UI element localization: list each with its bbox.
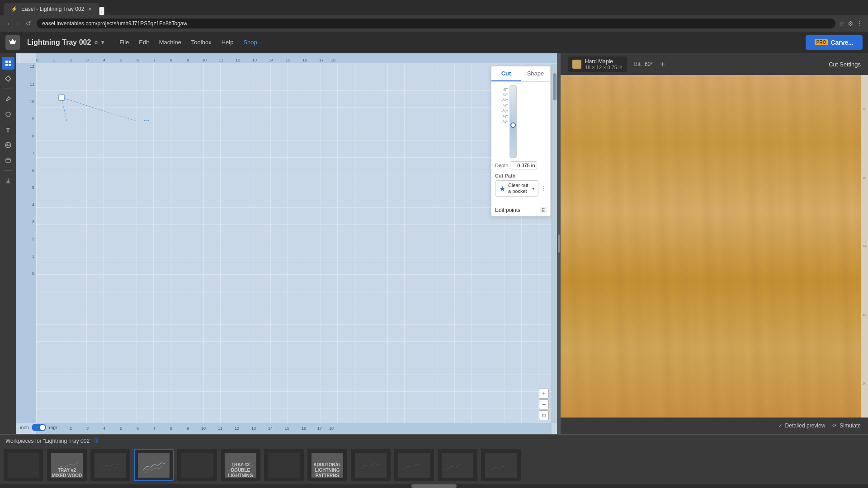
workpiece-item-4[interactable] bbox=[134, 449, 174, 481]
menu-toolbox[interactable]: Toolbox bbox=[187, 36, 216, 48]
ruler-x-7: 7 bbox=[153, 58, 156, 62]
edit-points-button[interactable]: Edit points E bbox=[491, 204, 550, 216]
zoom-fit-button[interactable]: ⊡ bbox=[539, 410, 549, 420]
workpiece-item-3[interactable] bbox=[90, 449, 130, 481]
ruler-y-3: 3 bbox=[32, 220, 34, 224]
tool-pen[interactable] bbox=[2, 93, 14, 105]
add-bit-button[interactable]: + bbox=[660, 59, 665, 70]
svg-rect-17 bbox=[59, 95, 64, 100]
menu-edit[interactable]: Edit bbox=[134, 36, 153, 48]
depth-slider-track[interactable] bbox=[509, 85, 517, 158]
ruler-y-0: 0 bbox=[32, 271, 34, 276]
more-icon[interactable]: ⋮ bbox=[856, 20, 863, 27]
cut-settings-label[interactable]: Cut Settings bbox=[829, 61, 861, 68]
cut-path-dropdown-icon[interactable]: ▾ bbox=[532, 186, 534, 191]
detailed-preview-button[interactable]: ✓ Detailed preview bbox=[778, 422, 826, 429]
workpiece-item-7[interactable] bbox=[264, 449, 304, 481]
svg-rect-31 bbox=[268, 453, 300, 478]
depth-mark-4: -½" bbox=[495, 109, 508, 113]
cut-tab-cut[interactable]: Cut bbox=[491, 66, 521, 81]
zoom-in-button[interactable]: + bbox=[539, 389, 549, 399]
menu-help[interactable]: Help bbox=[217, 36, 238, 48]
left-toolbar: T bbox=[0, 53, 16, 434]
carve-button[interactable]: PRO Carve... bbox=[806, 35, 863, 50]
zoom-out-button[interactable]: − bbox=[539, 399, 549, 409]
forward-button[interactable]: › bbox=[15, 18, 21, 29]
workpiece-title: Workpieces for "Lightning Tray 002" bbox=[5, 438, 91, 444]
cut-panel: Cut Shape -0" -⅛" -¼" -⅜" -½" -⅝" -¾" bbox=[491, 66, 551, 216]
address-input[interactable] bbox=[37, 19, 835, 28]
unit-switch[interactable] bbox=[32, 424, 46, 431]
preview-ruler-18: 18 bbox=[863, 107, 867, 111]
new-tab-button[interactable]: + bbox=[99, 7, 104, 15]
ruler-x-18: 18 bbox=[331, 58, 335, 62]
ruler-x-9: 9 bbox=[187, 58, 189, 62]
svg-point-7 bbox=[6, 112, 10, 117]
tool-circle[interactable] bbox=[2, 108, 14, 121]
canvas-area[interactable]: 0 1 2 3 4 5 6 7 8 9 10 11 12 13 14 15 16 bbox=[16, 53, 557, 434]
cut-path-more-icon[interactable]: ⋮ bbox=[540, 185, 547, 192]
menu-machine[interactable]: Machine bbox=[155, 36, 186, 48]
material-selector[interactable]: Hard Maple 18 × 12 × 0.75 in bbox=[568, 56, 627, 72]
svg-rect-33 bbox=[355, 453, 387, 478]
workpiece-item-1[interactable] bbox=[4, 449, 43, 481]
cut-path-label: Cut Path bbox=[495, 173, 547, 178]
tool-select[interactable] bbox=[2, 57, 14, 70]
bookmark-icon[interactable]: ☆ bbox=[839, 20, 845, 27]
browser-tab[interactable]: ⚡ Easel - Lightning Tray 002 ✕ bbox=[4, 3, 99, 15]
pro-badge: PRO bbox=[815, 39, 828, 45]
workpiece-item-9[interactable] bbox=[351, 449, 391, 481]
workpiece-item-6-label: TRAY #3DOUBLE LIGHTNING bbox=[222, 462, 259, 479]
ruler-x-13: 13 bbox=[252, 58, 257, 62]
tool-import[interactable] bbox=[2, 174, 14, 187]
panel-divider[interactable] bbox=[557, 53, 561, 434]
workpiece-item-8[interactable]: ADDITIONALLIGHTNINGPATTERNS bbox=[307, 449, 347, 481]
scrollbar-thumb-v[interactable] bbox=[553, 73, 557, 100]
toggle-knob bbox=[40, 425, 45, 430]
preview-path-svg bbox=[561, 75, 696, 143]
dropdown-icon[interactable]: ▾ bbox=[101, 39, 104, 46]
tool-image[interactable] bbox=[2, 139, 14, 151]
workpiece-item-2-label: TRAY #2MIXED WOOD bbox=[48, 468, 86, 479]
simulate-button[interactable]: ⟳ Simulate bbox=[832, 422, 861, 429]
workpiece-item-10[interactable] bbox=[394, 449, 434, 481]
menu-file[interactable]: File bbox=[115, 36, 133, 48]
bottom-scrollbar-thumb[interactable] bbox=[411, 484, 457, 488]
star-icon[interactable]: ☆ bbox=[94, 39, 99, 46]
tool-text[interactable]: T bbox=[2, 123, 14, 136]
svg-rect-4 bbox=[9, 64, 11, 66]
depth-input[interactable] bbox=[510, 161, 537, 169]
depth-mark-3: -⅜" bbox=[495, 103, 508, 108]
workpiece-item-5[interactable] bbox=[177, 449, 217, 481]
preview-ruler-10: 10 bbox=[863, 381, 867, 385]
bit-angle: 60° bbox=[645, 61, 653, 67]
svg-rect-36 bbox=[485, 453, 517, 478]
simulate-label: Simulate bbox=[840, 422, 861, 429]
zoom-controls: + − ⊡ bbox=[539, 389, 549, 420]
material-size: 18 × 12 × 0.75 in bbox=[585, 65, 623, 70]
ruler-y-8: 8 bbox=[32, 134, 34, 138]
depth-mark-6: -¾" bbox=[495, 120, 508, 124]
workpiece-item-12[interactable] bbox=[481, 449, 521, 481]
tool-node[interactable] bbox=[2, 72, 14, 85]
cut-path-button[interactable]: ★ Clear out a pocket ▾ bbox=[495, 180, 538, 197]
workpiece-item-2[interactable]: TRAY #2MIXED WOOD bbox=[47, 449, 87, 481]
carve-label: Carve... bbox=[830, 39, 854, 46]
cut-tab-shape[interactable]: Shape bbox=[521, 66, 550, 81]
depth-slider-thumb[interactable] bbox=[510, 122, 516, 128]
info-icon[interactable]: ⓘ bbox=[94, 437, 99, 444]
bottom-scrollbar[interactable] bbox=[0, 484, 868, 488]
workpiece-scroll[interactable]: TRAY #2MIXED WOOD bbox=[0, 447, 868, 484]
svg-rect-29 bbox=[181, 453, 213, 478]
reload-button[interactable]: ↺ bbox=[24, 18, 33, 29]
tool-box[interactable] bbox=[2, 154, 14, 167]
workpiece-item-6[interactable]: TRAY #3DOUBLE LIGHTNING bbox=[221, 449, 260, 481]
ruler-y-4: 4 bbox=[32, 202, 34, 207]
back-button[interactable]: ‹ bbox=[5, 18, 11, 29]
workpiece-item-11[interactable] bbox=[438, 449, 477, 481]
tab-close-icon[interactable]: ✕ bbox=[88, 6, 92, 12]
extension-icon[interactable]: ⚙ bbox=[848, 20, 854, 27]
menu-shop[interactable]: Shop bbox=[239, 36, 261, 48]
canvas-scrollbar-v[interactable] bbox=[552, 64, 557, 423]
app: Lightning Tray 002 ☆ ▾ File Edit Machine… bbox=[0, 32, 868, 488]
